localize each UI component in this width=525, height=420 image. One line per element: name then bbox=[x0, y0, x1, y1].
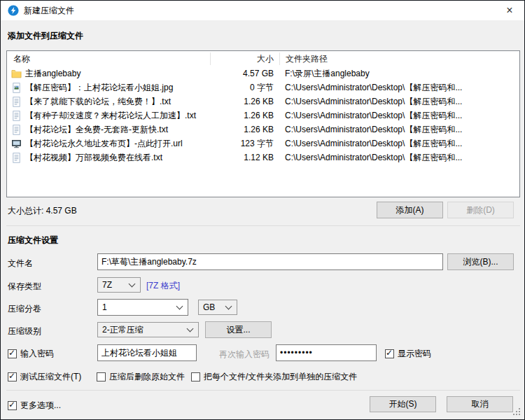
checkbox-box: ✓ bbox=[191, 372, 200, 382]
column-header-size[interactable]: 大小 bbox=[210, 52, 279, 65]
password-input[interactable] bbox=[97, 344, 197, 361]
check-icon: ✓ bbox=[8, 400, 15, 410]
title-bar[interactable]: 新建压缩文件 × bbox=[1, 1, 524, 20]
file-path: C:\Users\Administrator\Desktop\【解压密码和... bbox=[279, 138, 519, 150]
file-path: C:\Users\Administrator\Desktop\【解压密码和... bbox=[279, 96, 519, 108]
file-list-body: 主播anglebaby 4.57 GB F:\录屏\主播anglebaby 【解… bbox=[7, 66, 519, 164]
file-name: 【来了就能下载的论坛，纯免费！】.txt bbox=[25, 96, 171, 108]
file-path: F:\录屏\主播anglebaby bbox=[279, 68, 519, 80]
file-name: 【村花视频】万部视频免费在线看.txt bbox=[25, 152, 162, 164]
check-icon: ✓ bbox=[386, 348, 393, 358]
delete-after-checkbox[interactable]: ✓ 压缩后删除原始文件 bbox=[97, 371, 185, 383]
test-archive-checkbox[interactable]: ✓ 测试压缩文件(T) bbox=[8, 371, 81, 383]
separator bbox=[6, 390, 520, 391]
check-icon: ✓ bbox=[8, 348, 15, 358]
file-path: C:\Users\Administrator\Desktop\【解压密码和... bbox=[279, 124, 519, 136]
section-archive-settings: 压缩文件设置 bbox=[8, 234, 58, 246]
save-type-dropdown[interactable]: 7Z bbox=[97, 277, 141, 293]
file-size: 1.26 KB bbox=[210, 125, 279, 134]
checkbox-box: ✓ bbox=[8, 349, 17, 358]
file-name: 【村花论坛永久地址发布页】-点此打开.url bbox=[25, 138, 183, 150]
reenter-password-label: 再次输入密码 bbox=[219, 349, 270, 360]
separator bbox=[6, 225, 520, 226]
app-icon bbox=[8, 5, 19, 16]
checkbox-box: ✓ bbox=[8, 401, 17, 410]
total-size-label: 大小总计: 4.57 GB bbox=[8, 205, 77, 217]
file-size: 4.57 GB bbox=[210, 69, 279, 78]
new-archive-dialog: 新建压缩文件 × 添加文件到压缩文件 名称 大小 文件夹路径 主播angleba… bbox=[0, 0, 525, 420]
url-file-icon bbox=[11, 139, 22, 149]
text-file-icon bbox=[11, 153, 22, 163]
resize-grip-icon[interactable] bbox=[513, 408, 522, 416]
file-size: 1.12 KB bbox=[210, 153, 279, 162]
file-size: 1.26 KB bbox=[210, 97, 279, 106]
text-file-icon bbox=[11, 111, 22, 121]
separate-archive-checkbox[interactable]: ✓ 把每个文件/文件夹添加到单独的压缩文件 bbox=[191, 371, 357, 383]
check-icon: ✓ bbox=[8, 371, 15, 381]
file-row[interactable]: 【村花视频】万部视频免费在线看.txt 1.12 KB C:\Users\Adm… bbox=[7, 150, 519, 164]
file-path: C:\Users\Administrator\Desktop\【解压密码和... bbox=[279, 152, 519, 164]
file-path: C:\Users\Administrator\Desktop\【解压密码和... bbox=[279, 110, 519, 122]
password-checkbox[interactable]: ✓ 输入密码 bbox=[8, 348, 54, 360]
show-password-checkbox[interactable]: ✓ 显示密码 bbox=[385, 348, 431, 360]
cancel-button[interactable]: 取消 bbox=[447, 396, 513, 412]
start-button[interactable]: 开始(S) bbox=[370, 396, 436, 412]
close-button[interactable]: × bbox=[495, 1, 524, 20]
split-size-combobox[interactable]: 1 bbox=[97, 299, 188, 316]
section-add-files: 添加文件到压缩文件 bbox=[8, 30, 83, 42]
file-row[interactable]: 【来了就能下载的论坛，纯免费！】.txt 1.26 KB C:\Users\Ad… bbox=[7, 94, 519, 108]
chevron-down-icon bbox=[129, 280, 136, 287]
file-row[interactable]: 【解压密码】：上村花论坛看小姐姐.jpg 0 字节 C:\Users\Admin… bbox=[7, 80, 519, 94]
format-options-link[interactable]: [7Z 格式] bbox=[146, 280, 180, 292]
delete-button: 删除(D) bbox=[447, 202, 514, 218]
image-file-icon bbox=[11, 83, 22, 93]
folder-icon bbox=[11, 69, 22, 79]
split-label: 压缩分卷 bbox=[8, 303, 41, 315]
file-name: 【解压密码】：上村花论坛看小姐姐.jpg bbox=[25, 82, 173, 94]
file-row[interactable]: 【有种子却没速度？来村花论坛人工加速】.txt 1.26 KB C:\Users… bbox=[7, 108, 519, 122]
filename-label: 文件名 bbox=[8, 258, 33, 270]
text-file-icon bbox=[11, 97, 22, 107]
window-title: 新建压缩文件 bbox=[24, 5, 74, 17]
file-name: 【村花论坛】全免费-无套路-更新快.txt bbox=[25, 124, 168, 136]
file-list: 名称 大小 文件夹路径 主播anglebaby 4.57 GB F:\录屏\主播… bbox=[6, 50, 520, 197]
file-row[interactable]: 【村花论坛永久地址发布页】-点此打开.url 123 字节 C:\Users\A… bbox=[7, 136, 519, 150]
level-dropdown[interactable]: 2-正常压缩 bbox=[97, 322, 199, 337]
close-icon: × bbox=[506, 4, 512, 17]
settings-button[interactable]: 设置... bbox=[205, 321, 272, 338]
file-size: 1.26 KB bbox=[210, 111, 279, 120]
text-file-icon bbox=[11, 125, 22, 135]
filename-input[interactable] bbox=[97, 253, 443, 270]
file-path: C:\Users\Administrator\Desktop\【解压密码和... bbox=[279, 82, 519, 94]
reenter-password-input[interactable] bbox=[276, 344, 377, 361]
checkbox-box: ✓ bbox=[97, 372, 106, 382]
file-row[interactable]: 【村花论坛】全免费-无套路-更新快.txt 1.26 KB C:\Users\A… bbox=[7, 122, 519, 136]
more-options-checkbox[interactable]: ✓ 更多选项... bbox=[8, 400, 61, 412]
checkbox-box: ✓ bbox=[8, 372, 17, 382]
chevron-down-icon bbox=[187, 325, 194, 332]
chevron-down-icon bbox=[225, 302, 232, 309]
column-header-name[interactable]: 名称 bbox=[7, 53, 210, 65]
chevron-down-icon bbox=[176, 302, 183, 309]
file-size: 0 字节 bbox=[210, 82, 279, 94]
file-name: 主播anglebaby bbox=[25, 68, 80, 80]
checkbox-box: ✓ bbox=[385, 349, 394, 358]
level-label: 压缩级别 bbox=[8, 326, 41, 337]
file-row[interactable]: 主播anglebaby 4.57 GB F:\录屏\主播anglebaby bbox=[7, 66, 519, 80]
column-header-path[interactable]: 文件夹路径 bbox=[279, 52, 519, 65]
file-name: 【有种子却没速度？来村花论坛人工加速】.txt bbox=[25, 110, 196, 122]
add-button[interactable]: 添加(A) bbox=[377, 202, 443, 218]
save-type-label: 保存类型 bbox=[8, 281, 41, 293]
file-list-header: 名称 大小 文件夹路径 bbox=[7, 51, 519, 66]
split-unit-dropdown[interactable]: GB bbox=[198, 300, 237, 315]
file-size: 123 字节 bbox=[210, 138, 279, 150]
browse-button[interactable]: 浏览(B)... bbox=[447, 253, 514, 270]
